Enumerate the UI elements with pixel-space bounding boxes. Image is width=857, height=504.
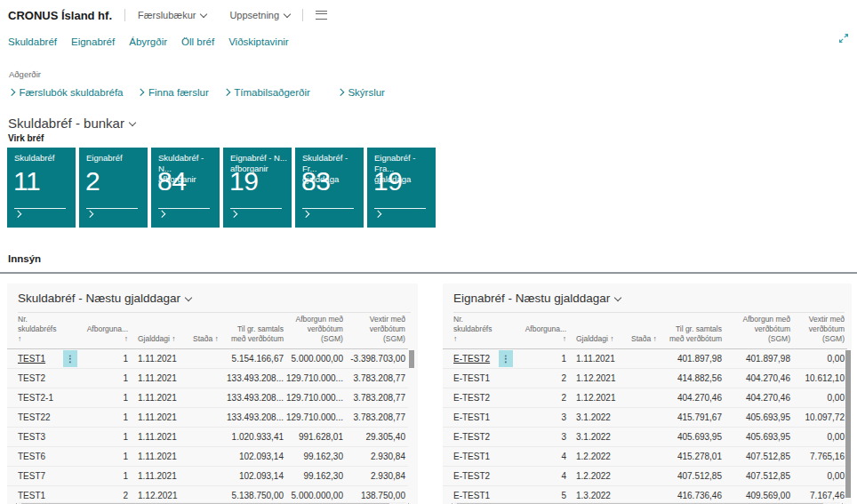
column-header[interactable]: Afborguna... ↑ xyxy=(517,315,569,349)
cue-tile-eignabr-f-fra-gjalddaga[interactable]: Eignabréf - Fra... gjalddaga19 xyxy=(367,148,436,228)
cell-bond-number: E-TEST2 xyxy=(443,388,494,408)
column-header[interactable]: Gjalddagi ↑ xyxy=(569,315,624,349)
bond-number-link[interactable]: TEST1 xyxy=(18,354,45,364)
cell: 10.612,10 xyxy=(793,369,847,388)
chevron-right-icon xyxy=(14,210,21,217)
column-header[interactable]: Vextir með verðbótum (SGM) xyxy=(793,315,847,349)
cell: 401.897,98 xyxy=(660,349,725,369)
table-row[interactable]: E-TEST141.2.2022415.278,01407.512,857.76… xyxy=(443,447,847,467)
action-label: Færslubók skuldabréfa xyxy=(20,87,124,98)
chevron-right-icon xyxy=(158,210,165,217)
cue-tile-eignabr-f-n-afborganir[interactable]: Eignabréf - N... afborganir19 xyxy=(223,148,292,228)
chevron-down-icon xyxy=(200,11,207,18)
chevron-right-icon xyxy=(230,210,237,217)
cell: 404.270,46 xyxy=(725,369,793,388)
cell-bond-number: TEST2 xyxy=(7,369,59,388)
table-row[interactable]: TEST611.11.2021102.093,1499.162,302.930,… xyxy=(7,447,408,467)
cell: 1.11.2021 xyxy=(131,388,186,408)
column-header[interactable]: Afborguna... ↑ xyxy=(82,315,131,349)
cell-bond-number: TEST22 xyxy=(7,408,59,428)
cue-tile-skuldabr-f[interactable]: Skuldabréf11 xyxy=(7,148,76,228)
table-row[interactable]: TEST211.11.2021133.493.208...129.710.000… xyxy=(7,369,408,388)
cell: 2.930,84 xyxy=(346,447,408,467)
nav-link-byrg-ir[interactable]: Ábyrgðir xyxy=(129,36,167,47)
cell: 405.693,95 xyxy=(725,428,793,447)
cell xyxy=(624,369,660,388)
action-t-mabilsa-ger-ir[interactable]: Tímabilsaðgerðir xyxy=(224,87,310,98)
cue-tile-eignabr-f[interactable]: Eignabréf2 xyxy=(79,148,148,228)
nav-bar: SkuldabréfEignabréfÁbyrgðirÖll bréfViðsk… xyxy=(8,34,857,50)
menu-uppsetning[interactable]: Uppsetning xyxy=(229,10,290,20)
column-header[interactable]: Staða ↑ xyxy=(624,315,660,349)
nav-link-skuldabr-f[interactable]: Skuldabréf xyxy=(8,36,57,47)
vertical-scrollbar[interactable] xyxy=(409,350,414,368)
hamburger-menu-icon[interactable] xyxy=(316,11,327,20)
cell xyxy=(624,349,660,369)
table-row[interactable]: E-TEST2⋮11.11.2021401.897,98401.897,980,… xyxy=(443,349,847,369)
action-finna-f-rslur[interactable]: Finna færslur xyxy=(138,87,208,98)
cell: 1 xyxy=(82,467,131,486)
cell-bond-number: E-TEST2 xyxy=(443,428,494,447)
tile-drilldown xyxy=(159,204,170,220)
bond-number-link[interactable]: E-TEST2 xyxy=(453,354,490,364)
table-row[interactable]: TEST2211.11.2021133.493.208...129.710.00… xyxy=(7,408,408,428)
table-row[interactable]: TEST311.11.20211.020.933,41991.628,0129.… xyxy=(7,428,408,447)
column-header[interactable]: Afborgun með verðbótum (SGM) xyxy=(725,315,793,349)
nav-link-ll-br-f[interactable]: Öll bréf xyxy=(181,36,214,47)
column-header[interactable]: Nr. skuldabréfs ↑ xyxy=(443,315,494,349)
column-header[interactable]: Gjalddagi ↑ xyxy=(131,315,186,349)
cell: 3 xyxy=(517,428,569,447)
cell: 102.093,14 xyxy=(221,467,286,486)
cell xyxy=(186,428,221,447)
cell-bond-number: E-TEST2 xyxy=(443,349,494,369)
column-header[interactable]: Staða ↑ xyxy=(186,315,221,349)
table-row[interactable]: E-TEST233.1.2022405.693,95405.693,950,00 xyxy=(443,428,847,447)
table-row[interactable]: TEST2-111.11.2021133.493.208...129.710.0… xyxy=(7,388,408,408)
bond-table: Nr. skuldabréfs ↑Afborguna... ↑Gjalddagi… xyxy=(7,315,408,504)
cell xyxy=(624,467,660,486)
column-header[interactable]: Til gr. samtals með verðbótum xyxy=(660,315,725,349)
row-menu-button[interactable]: ⋮ xyxy=(63,350,77,367)
cell: 414.882,56 xyxy=(660,369,725,388)
action-f-rslub-k-skuldabr-fa[interactable]: Færslubók skuldabréfa xyxy=(9,87,123,98)
cell-row-menu xyxy=(494,428,517,447)
menu-f-rslub-kur[interactable]: Færslubækur xyxy=(138,10,206,20)
action-sk-rslur[interactable]: Skýrslur xyxy=(338,87,385,98)
card-title[interactable]: Eignabréf - Næstu gjalddagar xyxy=(443,284,852,305)
column-header[interactable]: Nr. skuldabréfs ↑ xyxy=(7,315,59,349)
cue-group-title[interactable]: Skuldabréf - bunkar xyxy=(8,116,857,131)
table-row[interactable]: E-TEST121.12.2021414.882,56404.270,4610.… xyxy=(443,369,847,388)
card-title[interactable]: Skuldabréf - Næstu gjalddagar xyxy=(7,284,418,305)
column-header[interactable]: Til gr. samtals með verðbótum xyxy=(221,315,286,349)
nav-link-vi-skiptavinir[interactable]: Viðskiptavinir xyxy=(228,36,289,47)
cell: 1.11.2021 xyxy=(131,369,186,388)
section-divider xyxy=(0,272,857,274)
action-label: Tímabilsaðgerðir xyxy=(234,87,310,98)
insight-card-eignabr-f-n-stu-gjalddagar: Eignabréf - Næstu gjalddagarNr. skuldabr… xyxy=(443,284,852,504)
table-row[interactable]: E-TEST241.2.2022407.512,85407.512,850,00 xyxy=(443,467,847,486)
cell: 3.1.2022 xyxy=(569,408,624,428)
cue-tile-skuldabr-f-n-afborganir[interactable]: Skuldabréf - N... afborganir84 xyxy=(151,148,220,228)
bond-table: Nr. skuldabréfs ↑Afborguna... ↑Gjalddagi… xyxy=(443,315,847,504)
cell: 4 xyxy=(517,447,569,467)
expand-icon[interactable] xyxy=(837,32,850,47)
table-row[interactable]: E-TEST133.1.2022415.791,67405.693,9510.0… xyxy=(443,408,847,428)
cell: 1.12.2021 xyxy=(569,369,624,388)
chevron-right-icon xyxy=(374,210,381,217)
table-row[interactable]: TEST711.11.2021102.093,1499.162,302.930,… xyxy=(7,467,408,486)
column-header[interactable]: Vextir með verðbótum (SGM) xyxy=(346,315,408,349)
column-header[interactable]: Afborgun með verðbótum (SGM) xyxy=(286,315,346,349)
vertical-scrollbar[interactable] xyxy=(845,350,851,498)
cell: 404.270,46 xyxy=(725,388,793,408)
cell: 0,00 xyxy=(793,428,847,447)
cell-bond-number: TEST2-1 xyxy=(7,388,59,408)
cell: 1.11.2021 xyxy=(131,428,186,447)
table-row[interactable]: E-TEST221.12.2021404.270,46404.270,460,0… xyxy=(443,388,847,408)
company-name[interactable]: CRONUS Ísland hf. xyxy=(8,9,112,22)
insights-title: Innsýn xyxy=(8,253,857,264)
nav-link-eignabr-f[interactable]: Eignabréf xyxy=(71,36,115,47)
row-menu-button[interactable]: ⋮ xyxy=(499,350,513,367)
cue-tile-skuldabr-f-fr-gjalddaga[interactable]: Skuldabréf - Fr... gjalddaga83 xyxy=(295,148,364,228)
table-row[interactable]: TEST1⋮11.11.20215.154.166,675.000.000,00… xyxy=(7,349,408,369)
cell: 407.512,85 xyxy=(725,467,793,486)
